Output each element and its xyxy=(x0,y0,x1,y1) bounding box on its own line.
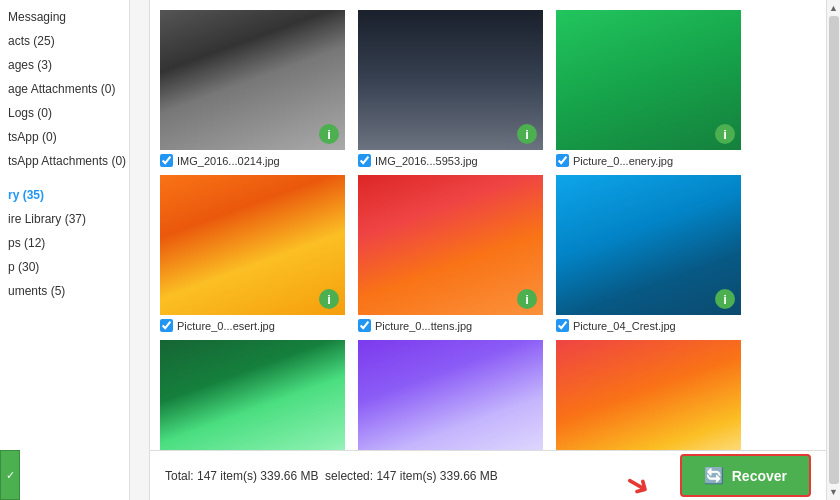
sidebar: Messaging acts (25) ages (3) age Attachm… xyxy=(0,0,130,500)
photo-thumbnail xyxy=(358,175,543,315)
info-badge[interactable]: i xyxy=(319,124,339,144)
photo-label: Picture_0...ttens.jpg xyxy=(375,320,472,332)
photo-item: iIMG_2016...5953.jpg xyxy=(358,10,548,167)
info-badge[interactable]: i xyxy=(715,124,735,144)
photo-checkbox[interactable] xyxy=(556,154,569,167)
bottom-left-checkbox[interactable]: ✓ xyxy=(0,450,20,500)
scroll-thumb[interactable] xyxy=(829,16,839,484)
left-select-area xyxy=(130,0,150,500)
photo-checkbox[interactable] xyxy=(358,319,371,332)
photo-thumbnail xyxy=(160,10,345,150)
photo-label: Picture_04_Crest.jpg xyxy=(573,320,676,332)
photo-thumbnail xyxy=(358,340,543,450)
scroll-down-arrow[interactable]: ▼ xyxy=(828,486,840,498)
sidebar-item-contacts[interactable]: acts (25) xyxy=(0,29,129,53)
photo-item: iPicture_0...esert.jpg xyxy=(160,175,350,332)
photo-thumbnail xyxy=(358,10,543,150)
photo-item: iIMG_2016...0214.jpg xyxy=(160,10,350,167)
sidebar-item-whatsapp[interactable]: tsApp (0) xyxy=(0,125,129,149)
photo-checkbox[interactable] xyxy=(556,319,569,332)
content-area: iIMG_2016...0214.jpgiIMG_2016...5953.jpg… xyxy=(150,0,826,500)
photo-checkbox[interactable] xyxy=(160,154,173,167)
photo-thumbnail xyxy=(160,340,345,450)
photo-label: Picture_0...enery.jpg xyxy=(573,155,673,167)
photo-checkbox[interactable] xyxy=(358,154,371,167)
info-badge[interactable]: i xyxy=(517,289,537,309)
recover-button[interactable]: 🔄 Recover xyxy=(680,454,811,497)
sidebar-item-entire-library[interactable]: ire Library (37) xyxy=(0,207,129,231)
arrow-indicator: ➜ xyxy=(619,463,658,500)
photo-item: iPicture_04_Crest.jpg xyxy=(556,175,746,332)
bottom-bar: Total: 147 item(s) 339.66 MB selected: 1… xyxy=(150,450,826,500)
photo-label: IMG_2016...5953.jpg xyxy=(375,155,478,167)
photo-item: iPicture_0...ttens.jpg xyxy=(358,175,548,332)
sidebar-item-attachments[interactable]: age Attachments (0) xyxy=(0,77,129,101)
sidebar-item-documents[interactable]: uments (5) xyxy=(0,279,129,303)
sidebar-item-messages[interactable]: ages (3) xyxy=(0,53,129,77)
photo-item: iPicture_0...tream.jpg xyxy=(160,340,350,450)
photo-label: Picture_0...esert.jpg xyxy=(177,320,275,332)
sidebar-item-apps[interactable]: ps (12) xyxy=(0,231,129,255)
info-badge[interactable]: i xyxy=(319,289,339,309)
sidebar-item-app[interactable]: p (30) xyxy=(0,255,129,279)
info-badge[interactable]: i xyxy=(517,124,537,144)
photo-grid: iIMG_2016...0214.jpgiIMG_2016...5953.jpg… xyxy=(150,0,826,450)
photo-item: iPicture_06_Snow.jpg xyxy=(358,340,548,450)
photo-thumbnail xyxy=(556,340,741,450)
photo-checkbox[interactable] xyxy=(160,319,173,332)
photo-thumbnail xyxy=(556,10,741,150)
sidebar-item-logs[interactable]: Logs (0) xyxy=(0,101,129,125)
photo-thumbnail xyxy=(160,175,345,315)
scroll-up-arrow[interactable]: ▲ xyxy=(828,2,840,14)
photo-thumbnail xyxy=(556,175,741,315)
sidebar-item-library[interactable]: ry (35) xyxy=(0,183,129,207)
photo-label: IMG_2016...0214.jpg xyxy=(177,155,280,167)
sidebar-item-whatsapp-attach[interactable]: tsApp Attachments (0) xyxy=(0,149,129,173)
sidebar-item-messaging[interactable]: Messaging xyxy=(0,5,129,29)
photo-item: iPicture_0...enery.jpg xyxy=(556,10,746,167)
photo-item: iPicture_07_Mtn.jpg xyxy=(556,340,746,450)
status-text: Total: 147 item(s) 339.66 MB selected: 1… xyxy=(165,469,498,483)
recover-icon: 🔄 xyxy=(704,466,724,485)
info-badge[interactable]: i xyxy=(715,289,735,309)
scrollbar[interactable]: ▲ ▼ xyxy=(826,0,840,500)
